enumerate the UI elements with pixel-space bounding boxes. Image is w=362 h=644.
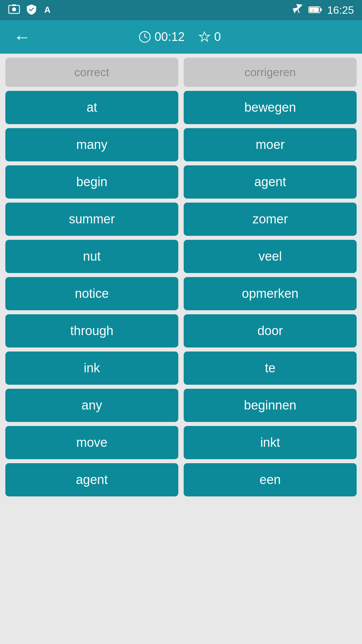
- word-btn-left-2[interactable]: begin: [5, 165, 178, 199]
- word-row: nutveel: [5, 240, 357, 273]
- word-btn-right-10[interactable]: een: [184, 463, 357, 496]
- svg-text:A: A: [44, 5, 51, 15]
- word-row: inkte: [5, 352, 357, 385]
- battery-icon: ⚡: [308, 4, 322, 16]
- word-row: moveinkt: [5, 426, 357, 459]
- text-icon: A: [43, 3, 55, 17]
- word-row: throughdoor: [5, 314, 357, 347]
- svg-rect-2: [12, 4, 16, 6]
- shield-icon: [25, 3, 38, 17]
- word-btn-left-6[interactable]: through: [5, 314, 178, 347]
- status-bar-right: ⚡ 16:25: [292, 3, 354, 17]
- word-btn-right-1[interactable]: moer: [184, 128, 357, 161]
- nav-stars: 0: [198, 30, 221, 44]
- header-corrigeren: corrigeren: [184, 58, 357, 87]
- word-row: atbewegen: [5, 91, 357, 124]
- word-btn-left-10[interactable]: agent: [5, 463, 178, 496]
- word-row: anybeginnen: [5, 389, 357, 422]
- back-button[interactable]: ←: [13, 27, 31, 47]
- airplane-icon: [292, 3, 304, 17]
- header-correct: correct: [5, 58, 178, 87]
- nav-bar: ← 00:12 0: [0, 20, 362, 54]
- svg-line-10: [145, 37, 147, 38]
- photo-icon: [8, 3, 20, 17]
- timer-value: 00:12: [155, 30, 185, 44]
- word-btn-right-3[interactable]: zomer: [184, 203, 357, 236]
- svg-point-1: [12, 7, 16, 11]
- word-row: agenteen: [5, 463, 357, 496]
- svg-rect-6: [320, 8, 322, 11]
- status-bar-left: A: [8, 3, 55, 17]
- word-btn-right-6[interactable]: door: [184, 314, 357, 347]
- word-btn-left-8[interactable]: any: [5, 389, 178, 422]
- word-btn-left-0[interactable]: at: [5, 91, 178, 124]
- word-btn-left-5[interactable]: notice: [5, 277, 178, 310]
- word-btn-left-4[interactable]: nut: [5, 240, 178, 273]
- stars-value: 0: [214, 30, 221, 44]
- word-row: noticeopmerken: [5, 277, 357, 310]
- word-btn-right-0[interactable]: bewegen: [184, 91, 357, 124]
- nav-center: 00:12 0: [138, 30, 221, 44]
- svg-marker-11: [199, 32, 209, 41]
- word-row: manymoer: [5, 128, 357, 161]
- status-bar: A ⚡ 16:25: [0, 0, 362, 20]
- word-btn-left-1[interactable]: many: [5, 128, 178, 161]
- word-grid: atbewegenmanymoerbeginagentsummerzomernu…: [0, 91, 362, 500]
- word-btn-right-8[interactable]: beginnen: [184, 389, 357, 422]
- word-btn-left-7[interactable]: ink: [5, 352, 178, 385]
- word-btn-right-2[interactable]: agent: [184, 165, 357, 199]
- word-btn-right-4[interactable]: veel: [184, 240, 357, 273]
- word-btn-right-7[interactable]: te: [184, 352, 357, 385]
- star-icon: [198, 31, 211, 43]
- nav-timer: 00:12: [138, 30, 185, 44]
- word-btn-left-9[interactable]: move: [5, 426, 178, 459]
- word-row: summerzomer: [5, 203, 357, 236]
- word-btn-right-5[interactable]: opmerken: [184, 277, 357, 310]
- word-btn-right-9[interactable]: inkt: [184, 426, 357, 459]
- column-headers: correct corrigeren: [0, 54, 362, 91]
- clock-display: 16:25: [327, 4, 354, 16]
- svg-text:⚡: ⚡: [311, 8, 315, 12]
- word-row: beginagent: [5, 165, 357, 199]
- word-btn-left-3[interactable]: summer: [5, 203, 178, 236]
- clock-icon: [138, 31, 151, 43]
